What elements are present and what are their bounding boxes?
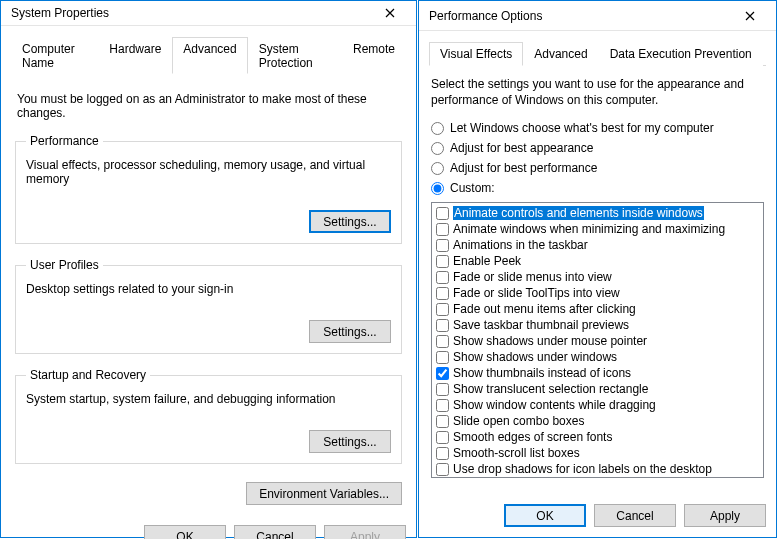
- tab-advanced[interactable]: Advanced: [523, 42, 598, 66]
- list-item-checkbox[interactable]: [436, 271, 449, 284]
- close-button[interactable]: [730, 4, 770, 28]
- list-item-label: Use drop shadows for icon labels on the …: [453, 462, 712, 476]
- tab-computer-name[interactable]: Computer Name: [11, 37, 98, 74]
- list-item-checkbox[interactable]: [436, 431, 449, 444]
- tab-strip: Visual Effects Advanced Data Execution P…: [429, 41, 766, 66]
- admin-notice: You must be logged on as an Administrato…: [17, 92, 402, 120]
- visual-effects-list[interactable]: Animate controls and elements inside win…: [431, 202, 764, 478]
- list-item-label: Show thumbnails instead of icons: [453, 366, 631, 380]
- user-profiles-settings-button[interactable]: Settings...: [309, 320, 391, 343]
- dialog-footer: OK Cancel Apply: [1, 517, 416, 539]
- list-item-label: Animate controls and elements inside win…: [453, 206, 704, 220]
- radio-best-appearance-label: Adjust for best appearance: [450, 141, 593, 155]
- list-item[interactable]: Smooth-scroll list boxes: [434, 445, 761, 461]
- list-item-checkbox[interactable]: [436, 335, 449, 348]
- list-item-checkbox[interactable]: [436, 447, 449, 460]
- tab-panel-advanced: You must be logged on as an Administrato…: [11, 74, 406, 509]
- tab-strip: Computer Name Hardware Advanced System P…: [11, 36, 406, 74]
- list-item[interactable]: Fade or slide menus into view: [434, 269, 761, 285]
- list-item[interactable]: Show shadows under windows: [434, 349, 761, 365]
- list-item-checkbox[interactable]: [436, 367, 449, 380]
- window-title: System Properties: [11, 6, 370, 20]
- list-item[interactable]: Show window contents while dragging: [434, 397, 761, 413]
- environment-variables-button[interactable]: Environment Variables...: [246, 482, 402, 505]
- radio-auto[interactable]: Let Windows choose what's best for my co…: [431, 121, 764, 135]
- list-item-label: Animate windows when minimizing and maxi…: [453, 222, 725, 236]
- group-startup-desc: System startup, system failure, and debu…: [26, 392, 391, 406]
- list-item-label: Fade or slide ToolTips into view: [453, 286, 620, 300]
- list-item[interactable]: Fade or slide ToolTips into view: [434, 285, 761, 301]
- list-item[interactable]: Show shadows under mouse pointer: [434, 333, 761, 349]
- system-properties-dialog: System Properties Computer Name Hardware…: [0, 0, 417, 538]
- list-item-checkbox[interactable]: [436, 303, 449, 316]
- list-item-label: Show shadows under mouse pointer: [453, 334, 647, 348]
- tab-hardware[interactable]: Hardware: [98, 37, 172, 74]
- list-item[interactable]: Save taskbar thumbnail previews: [434, 317, 761, 333]
- group-performance: Performance Visual effects, processor sc…: [15, 134, 402, 244]
- list-item-checkbox[interactable]: [436, 463, 449, 476]
- list-item-checkbox[interactable]: [436, 223, 449, 236]
- radio-best-performance[interactable]: Adjust for best performance: [431, 161, 764, 175]
- startup-settings-button[interactable]: Settings...: [309, 430, 391, 453]
- tab-advanced[interactable]: Advanced: [172, 37, 247, 74]
- list-item-checkbox[interactable]: [436, 287, 449, 300]
- group-performance-legend: Performance: [26, 134, 103, 148]
- cancel-button[interactable]: Cancel: [594, 504, 676, 527]
- list-item[interactable]: Show translucent selection rectangle: [434, 381, 761, 397]
- tab-visual-effects[interactable]: Visual Effects: [429, 42, 523, 66]
- tab-system-protection[interactable]: System Protection: [248, 37, 342, 74]
- tab-dep[interactable]: Data Execution Prevention: [599, 42, 763, 66]
- group-user-profiles: User Profiles Desktop settings related t…: [15, 258, 402, 354]
- list-item[interactable]: Show thumbnails instead of icons: [434, 365, 761, 381]
- list-item[interactable]: Slide open combo boxes: [434, 413, 761, 429]
- performance-settings-button[interactable]: Settings...: [309, 210, 391, 233]
- tab-remote[interactable]: Remote: [342, 37, 406, 74]
- list-item-label: Show window contents while dragging: [453, 398, 656, 412]
- instruction-text: Select the settings you want to use for …: [431, 76, 764, 108]
- list-item-label: Enable Peek: [453, 254, 521, 268]
- dialog-footer: OK Cancel Apply: [419, 496, 776, 537]
- list-item-checkbox[interactable]: [436, 255, 449, 268]
- group-user-profiles-legend: User Profiles: [26, 258, 103, 272]
- list-item-checkbox[interactable]: [436, 383, 449, 396]
- radio-best-appearance[interactable]: Adjust for best appearance: [431, 141, 764, 155]
- list-item[interactable]: Animate controls and elements inside win…: [434, 205, 761, 221]
- list-item[interactable]: Fade out menu items after clicking: [434, 301, 761, 317]
- radio-auto-input[interactable]: [431, 122, 444, 135]
- radio-best-performance-input[interactable]: [431, 162, 444, 175]
- ok-button[interactable]: OK: [144, 525, 226, 539]
- radio-best-performance-label: Adjust for best performance: [450, 161, 597, 175]
- list-item[interactable]: Smooth edges of screen fonts: [434, 429, 761, 445]
- list-item-checkbox[interactable]: [436, 239, 449, 252]
- titlebar: Performance Options: [419, 1, 776, 31]
- list-item-label: Fade out menu items after clicking: [453, 302, 636, 316]
- list-item-label: Show translucent selection rectangle: [453, 382, 648, 396]
- list-item[interactable]: Animate windows when minimizing and maxi…: [434, 221, 761, 237]
- list-item[interactable]: Animations in the taskbar: [434, 237, 761, 253]
- list-item-checkbox[interactable]: [436, 415, 449, 428]
- cancel-button[interactable]: Cancel: [234, 525, 316, 539]
- group-performance-desc: Visual effects, processor scheduling, me…: [26, 158, 391, 186]
- dialog-body: Computer Name Hardware Advanced System P…: [1, 26, 416, 517]
- group-startup-recovery: Startup and Recovery System startup, sys…: [15, 368, 402, 464]
- list-item-checkbox[interactable]: [436, 207, 449, 220]
- radio-custom-label: Custom:: [450, 181, 495, 195]
- list-item-checkbox[interactable]: [436, 351, 449, 364]
- close-icon: [745, 11, 755, 21]
- radio-best-appearance-input[interactable]: [431, 142, 444, 155]
- performance-options-dialog: Performance Options Visual Effects Advan…: [418, 0, 777, 538]
- list-item-checkbox[interactable]: [436, 399, 449, 412]
- radio-custom-input[interactable]: [431, 182, 444, 195]
- list-item-label: Animations in the taskbar: [453, 238, 588, 252]
- list-item-label: Smooth-scroll list boxes: [453, 446, 580, 460]
- close-button[interactable]: [370, 1, 410, 25]
- apply-button[interactable]: Apply: [324, 525, 406, 539]
- titlebar: System Properties: [1, 1, 416, 26]
- radio-custom[interactable]: Custom:: [431, 181, 764, 195]
- list-item-label: Save taskbar thumbnail previews: [453, 318, 629, 332]
- list-item[interactable]: Enable Peek: [434, 253, 761, 269]
- list-item[interactable]: Use drop shadows for icon labels on the …: [434, 461, 761, 477]
- list-item-checkbox[interactable]: [436, 319, 449, 332]
- apply-button[interactable]: Apply: [684, 504, 766, 527]
- ok-button[interactable]: OK: [504, 504, 586, 527]
